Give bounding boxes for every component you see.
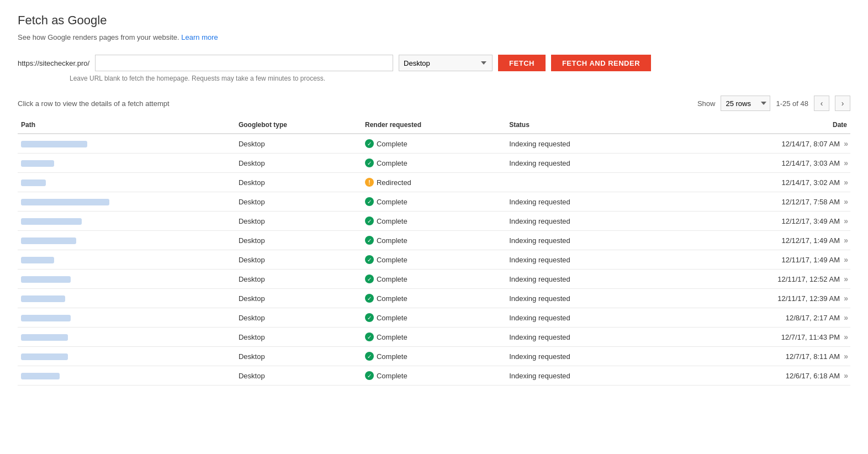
bot-type-cell: Desktop xyxy=(235,328,362,347)
status-detail-cell xyxy=(661,231,676,250)
render-label: Complete xyxy=(377,294,407,303)
check-icon xyxy=(365,371,374,380)
url-hint: Leave URL blank to fetch the homepage. R… xyxy=(70,75,850,82)
fetch-and-render-button[interactable]: FETCH AND RENDER xyxy=(551,55,651,71)
date-cell: 12/11/17, 12:39 AM » xyxy=(676,289,850,308)
bot-type-cell: Desktop xyxy=(235,270,362,289)
table-row[interactable]: DesktopCompleteIndexing requested12/14/1… xyxy=(18,134,850,154)
row-chevron: » xyxy=(844,274,847,283)
table-row[interactable]: DesktopCompleteIndexing requested12/11/1… xyxy=(18,270,850,289)
col-status-detail xyxy=(661,117,676,134)
status-cell: Indexing requested xyxy=(506,231,661,250)
row-chevron: » xyxy=(844,313,847,322)
status-detail-cell xyxy=(661,192,676,212)
render-cell: Complete xyxy=(362,212,506,231)
check-icon xyxy=(365,352,374,361)
date-cell: 12/14/17, 8:07 AM » xyxy=(676,134,850,154)
render-cell: Complete xyxy=(362,328,506,347)
table-row[interactable]: DesktopCompleteIndexing requested12/8/17… xyxy=(18,308,850,328)
path-cell xyxy=(18,328,235,347)
fetch-button[interactable]: FETCH xyxy=(498,55,546,71)
table-row[interactable]: DesktopCompleteIndexing requested12/11/1… xyxy=(18,289,850,308)
check-icon xyxy=(365,159,374,167)
path-cell xyxy=(18,308,235,328)
render-label: Redirected xyxy=(377,178,411,187)
next-page-button[interactable]: › xyxy=(835,96,850,111)
check-icon xyxy=(365,255,374,264)
results-table: Path Googlebot type Render requested Sta… xyxy=(18,117,850,386)
path-cell xyxy=(18,134,235,154)
status-cell: Indexing requested xyxy=(506,308,661,328)
table-row[interactable]: DesktopCompleteIndexing requested12/7/17… xyxy=(18,328,850,347)
check-icon xyxy=(365,139,374,148)
col-render-requested: Render requested xyxy=(362,117,506,134)
check-icon xyxy=(365,274,374,283)
bot-type-cell: Desktop xyxy=(235,212,362,231)
table-row[interactable]: DesktopCompleteIndexing requested12/11/1… xyxy=(18,250,850,270)
date-cell: 12/7/17, 11:43 PM » xyxy=(676,328,850,347)
page-info: 1-25 of 48 xyxy=(776,99,808,108)
path-cell xyxy=(18,347,235,366)
table-row[interactable]: DesktopCompleteIndexing requested12/6/17… xyxy=(18,366,850,386)
prev-page-button[interactable]: ‹ xyxy=(814,96,829,111)
bot-type-cell: Desktop xyxy=(235,134,362,154)
table-row[interactable]: DesktopCompleteIndexing requested12/7/17… xyxy=(18,347,850,366)
render-cell: Complete xyxy=(362,270,506,289)
status-detail-cell xyxy=(661,154,676,173)
page-title: Fetch as Google xyxy=(18,13,850,28)
date-cell: 12/7/17, 8:11 AM » xyxy=(676,347,850,366)
render-label: Complete xyxy=(377,198,407,206)
row-chevron: » xyxy=(844,332,847,341)
status-cell: Indexing requested xyxy=(506,134,661,154)
render-label: Complete xyxy=(377,256,407,264)
check-icon xyxy=(365,236,374,245)
path-cell xyxy=(18,231,235,250)
show-label: Show xyxy=(697,99,716,108)
row-chevron: » xyxy=(844,217,847,225)
table-row[interactable]: DesktopCompleteIndexing requested12/12/1… xyxy=(18,212,850,231)
status-cell: Indexing requested xyxy=(506,347,661,366)
render-cell: Complete xyxy=(362,250,506,270)
date-cell: 12/6/17, 6:18 AM » xyxy=(676,366,850,386)
render-label: Complete xyxy=(377,236,407,245)
render-cell: Complete xyxy=(362,308,506,328)
render-cell: Complete xyxy=(362,134,506,154)
status-detail-cell xyxy=(661,289,676,308)
col-date: Date xyxy=(676,117,850,134)
url-input[interactable] xyxy=(95,55,393,71)
bot-type-cell: Desktop xyxy=(235,173,362,192)
bot-type-cell: Desktop xyxy=(235,347,362,366)
bot-type-cell: Desktop xyxy=(235,192,362,212)
click-hint: Click a row to view the details of a fet… xyxy=(18,99,170,108)
render-label: Complete xyxy=(377,159,407,167)
render-cell: Complete xyxy=(362,289,506,308)
status-detail-cell xyxy=(661,173,676,192)
table-row[interactable]: DesktopCompleteIndexing requested12/14/1… xyxy=(18,154,850,173)
table-row[interactable]: DesktopRedirected12/14/17, 3:02 AM » xyxy=(18,173,850,192)
status-cell: Indexing requested xyxy=(506,154,661,173)
row-chevron: » xyxy=(844,236,847,245)
check-icon xyxy=(365,332,374,341)
row-chevron: » xyxy=(844,371,847,380)
render-cell: Complete xyxy=(362,366,506,386)
check-icon xyxy=(365,313,374,322)
date-cell: 12/8/17, 2:17 AM » xyxy=(676,308,850,328)
table-controls: Click a row to view the details of a fet… xyxy=(18,96,850,111)
render-label: Complete xyxy=(377,333,407,341)
learn-more-link[interactable]: Learn more xyxy=(181,33,218,41)
device-select[interactable]: Desktop Mobile: Smartphone Mobile: Featu… xyxy=(399,55,493,71)
path-cell xyxy=(18,270,235,289)
render-label: Complete xyxy=(377,372,407,380)
check-icon xyxy=(365,294,374,303)
status-detail-cell xyxy=(661,270,676,289)
status-cell: Indexing requested xyxy=(506,289,661,308)
status-cell: Indexing requested xyxy=(506,270,661,289)
path-cell xyxy=(18,212,235,231)
fetch-bar: https://sitechecker.pro/ Desktop Mobile:… xyxy=(18,55,850,71)
status-detail-cell xyxy=(661,212,676,231)
table-row[interactable]: DesktopCompleteIndexing requested12/12/1… xyxy=(18,231,850,250)
status-detail-cell xyxy=(661,308,676,328)
row-chevron: » xyxy=(844,139,847,148)
table-row[interactable]: DesktopCompleteIndexing requested12/12/1… xyxy=(18,192,850,212)
rows-per-page-select[interactable]: 10 rows 25 rows 50 rows xyxy=(721,96,770,111)
